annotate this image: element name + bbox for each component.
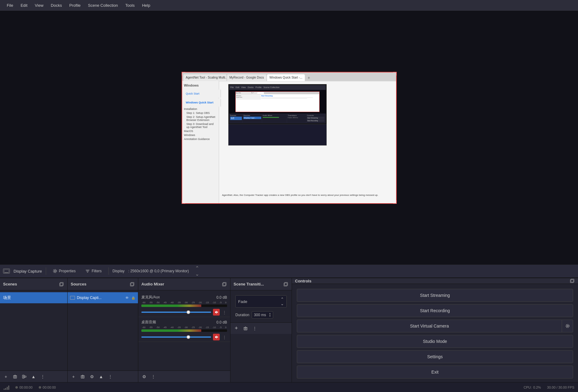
audio-track-1-db: 0.0 dB — [216, 320, 227, 324]
source-bar-name: Display Capture — [14, 269, 42, 274]
filters-button[interactable]: Filters — [82, 268, 105, 274]
sidebar-link-quickstart[interactable]: Quick Start — [184, 90, 221, 98]
scenes-add-btn[interactable]: + — [2, 373, 9, 380]
audio-mixer-copy-btn[interactable] — [222, 281, 227, 287]
studio-mode-button[interactable]: Studio Mode — [297, 335, 573, 348]
audio-track-1-controls: ⋮ — [141, 334, 227, 340]
svg-rect-7 — [87, 272, 88, 273]
volume-knob-0[interactable] — [187, 310, 190, 314]
exit-button[interactable]: Exit — [297, 366, 573, 378]
stream-timer: 00:00:00 — [19, 386, 33, 389]
scene-item-0[interactable]: 场景 — [0, 292, 67, 303]
browser-body: Windows Quick Start Windows Quick Start … — [182, 81, 396, 203]
audio-track-1-menu[interactable]: ⋮ — [222, 334, 227, 340]
sidebar-link-step1[interactable]: Step 1: Setup OBS — [184, 111, 217, 114]
fps-value: 30.00 / 30.00 FPS — [547, 386, 574, 389]
scenes-panel-copy-btn[interactable] — [59, 281, 64, 287]
start-recording-button[interactable]: Start Recording — [297, 304, 573, 317]
mute-btn-1[interactable] — [213, 334, 220, 340]
sidebar-link-step3[interactable]: Step 3: Download and up AgentNet Tool — [184, 122, 217, 129]
sources-panel-copy-btn[interactable] — [129, 281, 135, 287]
scenes-filter-btn[interactable] — [21, 373, 28, 380]
display-selector-arrow[interactable]: ⌃⌄ — [195, 265, 199, 277]
transitions-add-btn[interactable]: + — [233, 325, 240, 332]
menu-help[interactable]: Help — [138, 2, 154, 9]
cpu-label: CPU: — [524, 386, 532, 389]
source-visibility-btn[interactable]: 👁 — [124, 295, 129, 300]
sidebar-link-step2[interactable]: Step 2: Setup AgentNet Browser Extension — [184, 115, 217, 122]
audio-meter-1 — [141, 329, 227, 332]
status-bar: 00:00:00 00:00:00 CPU: 0.2% 30.00 / 30.0… — [0, 382, 578, 392]
source-bar: Display Capture Properties Filters Displ… — [0, 264, 578, 278]
sources-panel-footer: + ⚙ ▲ ⋮ — [68, 371, 138, 382]
sidebar-link-winquickstart[interactable]: Windows Quick Start — [184, 99, 221, 107]
audio-mixer-title: Audio Mixer — [141, 282, 164, 286]
menu-edit[interactable]: Edit — [17, 2, 31, 9]
transitions-delete-btn[interactable] — [242, 325, 249, 332]
sources-delete-btn[interactable] — [79, 373, 86, 380]
sources-settings-btn[interactable]: ⚙ — [88, 373, 95, 380]
nested-obs-screenshot: FileEditViewDocksProfileScene Collection… — [228, 84, 327, 146]
audio-tracks-list: 麦克风/Aux 0.0 dB -60-55-50-45-40-35-30-25-… — [138, 290, 230, 371]
sources-add-btn[interactable]: + — [70, 373, 77, 380]
browser-tab-2[interactable]: MyRecord - Google Docs — [227, 74, 266, 81]
stream-status-dot — [15, 386, 18, 389]
start-streaming-button[interactable]: Start Streaming — [297, 289, 573, 302]
start-virtual-camera-button[interactable]: Start Virtual Camera — [297, 320, 562, 332]
sources-panel: Sources Display Capti... 👁 🔒 + ⚙ ▲ ⋮ — [68, 278, 138, 382]
mute-btn-0[interactable] — [213, 309, 220, 316]
transitions-copy-btn[interactable] — [283, 281, 289, 287]
scenes-menu-btn[interactable]: ⋮ — [39, 373, 46, 380]
browser-tab-3[interactable]: Windows Quick Start -... — [267, 74, 305, 81]
audio-track-0-controls: ⋮ — [141, 309, 227, 316]
audio-track-0-menu[interactable]: ⋮ — [222, 309, 227, 316]
audio-meter-fill-1 — [141, 329, 201, 332]
controls-title: Controls — [295, 279, 311, 283]
status-cpu: CPU: 0.2% — [524, 386, 541, 389]
duration-label: Duration — [235, 313, 249, 317]
audio-track-0: 麦克风/Aux 0.0 dB -60-55-50-45-40-35-30-25-… — [138, 292, 230, 317]
sidebar-link-annotation[interactable]: Annotation Guidance — [184, 138, 217, 141]
menu-bar: File Edit View Docks Profile Scene Colle… — [0, 0, 578, 11]
transition-arrow: ⌃⌄ — [281, 297, 284, 306]
audio-meter-0 — [141, 305, 227, 307]
menu-scene-collection[interactable]: Scene Collection — [84, 2, 122, 9]
menu-view[interactable]: View — [31, 2, 47, 9]
volume-knob-1[interactable] — [187, 335, 190, 339]
controls-copy-btn[interactable] — [569, 278, 575, 284]
browser-tab-1[interactable]: AgentNet Tool - Scaling Multi... — [183, 74, 226, 81]
new-tab-btn[interactable]: + — [306, 74, 312, 81]
sidebar-link-install[interactable]: Installation — [184, 107, 217, 111]
transitions-menu-btn[interactable]: ⋮ — [251, 325, 258, 332]
menu-profile[interactable]: Profile — [65, 2, 84, 9]
virtual-camera-settings-btn[interactable] — [562, 320, 573, 332]
source-item-0[interactable]: Display Capti... 👁 🔒 — [68, 292, 138, 303]
preview-canvas[interactable]: AgentNet Tool - Scaling Multi... MyRecor… — [182, 72, 397, 204]
controls-buttons-area: Start Streaming Start Recording Start Vi… — [292, 284, 578, 383]
audio-mixer-menu-btn[interactable]: ⋮ — [150, 373, 157, 380]
sidebar-link-macos[interactable]: MacOS — [184, 130, 217, 133]
settings-button[interactable]: Settings — [297, 350, 573, 363]
audio-mixer-settings-btn[interactable]: ⚙ — [141, 373, 147, 380]
menu-file[interactable]: File — [3, 2, 17, 9]
volume-slider-1[interactable] — [141, 336, 211, 338]
properties-button[interactable]: Properties — [50, 268, 79, 274]
sources-up-btn[interactable]: ▲ — [98, 373, 104, 380]
transition-select[interactable]: Fade ⌃⌄ — [235, 295, 287, 308]
bottom-section: Scenes 场景 + ▲ ⋮ Sources — [0, 278, 578, 382]
sources-panel-title: Sources — [71, 282, 86, 286]
sidebar-link-windows[interactable]: Windows — [184, 134, 217, 137]
scenes-delete-btn[interactable] — [12, 373, 18, 380]
duration-arrows[interactable]: ▲▼ — [269, 312, 271, 317]
duration-input[interactable]: 300 ms ▲▼ — [252, 311, 273, 319]
source-lock-btn[interactable]: 🔒 — [131, 296, 136, 300]
docs-sidebar: Windows Quick Start Windows Quick Start … — [182, 81, 219, 203]
source-type-icon — [3, 269, 10, 274]
volume-slider-0[interactable] — [141, 312, 211, 313]
audio-meter-scale-0: -60-55-50-45-40-35-30-25-20-15-10-50 — [141, 301, 227, 304]
scenes-up-btn[interactable]: ▲ — [30, 373, 37, 380]
sources-menu-btn[interactable]: ⋮ — [107, 373, 114, 380]
menu-tools[interactable]: Tools — [122, 2, 138, 9]
gear-icon — [53, 269, 57, 273]
menu-docks[interactable]: Docks — [47, 2, 65, 9]
